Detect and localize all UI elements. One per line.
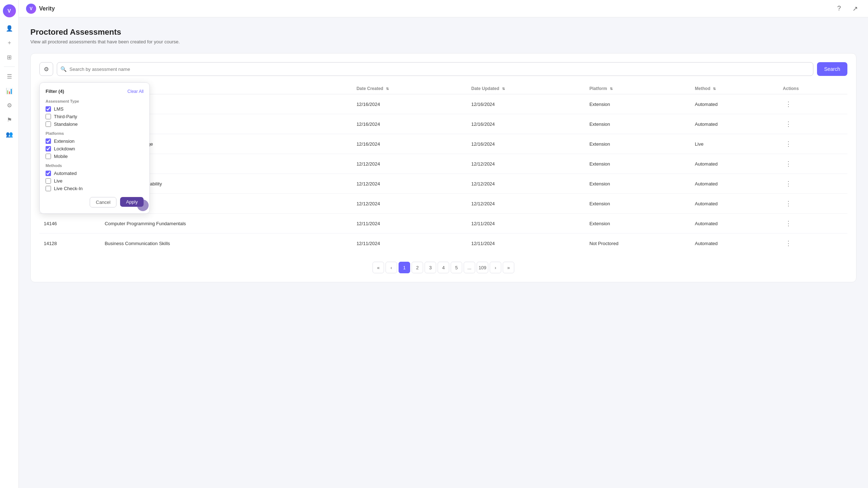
actions-menu-button-2[interactable]: ⋮ [783, 139, 794, 149]
sidebar-item-settings[interactable]: ⚙ [3, 99, 16, 112]
filter-checkbox-live[interactable] [46, 178, 51, 184]
pagination: « ‹ 1 2 3 4 5 ... 109 › » [39, 262, 847, 273]
cell-method-0: Automated [690, 94, 778, 114]
pagination-page-2[interactable]: 2 [412, 262, 423, 273]
help-icon[interactable]: ? [833, 3, 845, 14]
filter-option-mobile[interactable]: Mobile [46, 154, 144, 159]
cell-platform-4: Extension [585, 174, 691, 194]
cell-actions-7: ⋮ [779, 234, 847, 253]
topbar: V Verity ? ↗ [19, 0, 868, 17]
cell-date-updated-2: 12/16/2024 [467, 134, 585, 154]
filter-option-live[interactable]: Live [46, 178, 144, 184]
pagination-first[interactable]: « [373, 262, 384, 273]
filter-checkbox-live-checkin[interactable] [46, 186, 51, 191]
cell-actions-1: ⋮ [779, 114, 847, 134]
table-row: o Psychology 12/16/2024 12/16/2024 Exten… [39, 94, 847, 114]
pagination-page-109[interactable]: 109 [477, 262, 488, 273]
sidebar-item-list[interactable]: ☰ [3, 70, 16, 83]
actions-menu-button-4[interactable]: ⋮ [783, 179, 794, 188]
col-date-created[interactable]: Date Created ⇅ [352, 83, 467, 94]
actions-menu-button-0[interactable]: ⋮ [783, 99, 794, 109]
filter-option-lms[interactable]: LMS [46, 106, 144, 112]
page-subtitle: View all proctored assessments that have… [30, 39, 856, 44]
cell-date-updated-6: 12/11/2024 [467, 214, 585, 234]
pagination-page-4[interactable]: 4 [438, 262, 449, 273]
cell-platform-7: Not Proctored [585, 234, 691, 253]
filter-label-mobile: Mobile [54, 154, 68, 159]
cell-id-7: 14128 [39, 234, 100, 253]
search-button[interactable]: Search [817, 62, 847, 76]
col-platform[interactable]: Platform ⇅ [585, 83, 691, 94]
pagination-page-1[interactable]: 1 [399, 262, 410, 273]
filter-checkbox-automated[interactable] [46, 171, 51, 176]
actions-menu-button-6[interactable]: ⋮ [783, 219, 794, 228]
actions-menu-button-3[interactable]: ⋮ [783, 159, 794, 168]
sort-icon-date-updated: ⇅ [502, 87, 505, 91]
external-link-icon[interactable]: ↗ [849, 3, 861, 14]
table-row: 14218 World History 12/12/2024 12/12/202… [39, 194, 847, 214]
filter-clear-button[interactable]: Clear All [127, 89, 144, 94]
table-row: 14146 Computer Programming Fundamentals … [39, 214, 847, 234]
pagination-prev[interactable]: ‹ [386, 262, 397, 273]
col-method[interactable]: Method ⇅ [690, 83, 778, 94]
pagination-last[interactable]: » [503, 262, 514, 273]
sidebar-item-grid[interactable]: ⊞ [3, 51, 16, 64]
cell-date-created-5: 12/12/2024 [352, 194, 467, 214]
filter-checkbox-mobile[interactable] [46, 154, 51, 159]
sidebar-item-add[interactable]: ＋ [3, 36, 16, 49]
filter-checkbox-lockdown[interactable] [46, 146, 51, 151]
filter-option-extension[interactable]: Extension [46, 138, 144, 144]
filter-checkbox-extension[interactable] [46, 138, 51, 144]
cell-date-created-0: 12/16/2024 [352, 94, 467, 114]
cell-platform-1: Extension [585, 114, 691, 134]
col-actions: Actions [779, 83, 847, 94]
actions-menu-button-7[interactable]: ⋮ [783, 239, 794, 248]
cell-date-created-6: 12/11/2024 [352, 214, 467, 234]
filter-header: Filter (4) Clear All [46, 89, 144, 94]
pagination-next[interactable]: › [490, 262, 501, 273]
actions-menu-button-1[interactable]: ⋮ [783, 119, 794, 129]
filter-option-live-checkin[interactable]: Live Check-In [46, 186, 144, 191]
main-card: ⚙ 🔍 Search Filter (4) Clear All Assessme… [30, 53, 856, 282]
table-header: Date Created ⇅ Date Updated ⇅ Platform ⇅… [39, 83, 847, 94]
sort-icon-date-created: ⇅ [386, 87, 389, 91]
cell-date-updated-3: 12/12/2024 [467, 154, 585, 174]
filter-option-standalone[interactable]: Standalone [46, 121, 144, 127]
cell-date-created-1: 12/16/2024 [352, 114, 467, 134]
cell-method-5: Automated [690, 194, 778, 214]
filter-checkbox-standalone[interactable] [46, 121, 51, 127]
sidebar-item-users[interactable]: 👥 [3, 128, 16, 141]
cell-date-created-4: 12/12/2024 [352, 174, 467, 194]
pagination-page-5[interactable]: 5 [451, 262, 462, 273]
cell-date-updated-5: 12/12/2024 [467, 194, 585, 214]
app-name: Verity [39, 5, 55, 12]
filter-section-assessment-type-label: Assessment Type [46, 99, 144, 103]
filter-option-automated[interactable]: Automated [46, 171, 144, 176]
filter-option-third-party[interactable]: Third-Party [46, 114, 144, 119]
filter-actions: Cancel Apply [46, 197, 144, 207]
actions-menu-button-5[interactable]: ⋮ [783, 199, 794, 208]
sidebar-item-flag[interactable]: ⚑ [3, 113, 16, 126]
logo-letter: V [8, 8, 11, 14]
filter-option-lockdown[interactable]: Lockdown [46, 146, 144, 151]
filter-section-platforms-label: Platforms [46, 131, 144, 136]
cell-actions-6: ⋮ [779, 214, 847, 234]
filter-apply-button[interactable]: Apply [120, 197, 144, 207]
cell-date-updated-7: 12/11/2024 [467, 234, 585, 253]
main-area: V Verity ? ↗ Proctored Assessments View … [19, 0, 868, 488]
search-input[interactable] [57, 62, 813, 76]
sidebar-item-user[interactable]: 👤 [3, 22, 16, 35]
search-input-wrap: 🔍 [57, 62, 813, 76]
col-date-updated[interactable]: Date Updated ⇅ [467, 83, 585, 94]
pagination-ellipsis: ... [464, 262, 475, 273]
filter-button[interactable]: ⚙ [39, 62, 53, 76]
cell-platform-5: Extension [585, 194, 691, 214]
cell-actions-4: ⋮ [779, 174, 847, 194]
filter-cancel-button[interactable]: Cancel [90, 197, 116, 207]
sidebar-item-chart[interactable]: 📊 [3, 84, 16, 97]
filter-checkbox-third-party[interactable] [46, 114, 51, 119]
assessments-table: Date Created ⇅ Date Updated ⇅ Platform ⇅… [39, 83, 847, 253]
filter-label-live-checkin: Live Check-In [54, 186, 82, 191]
pagination-page-3[interactable]: 3 [425, 262, 436, 273]
filter-checkbox-lms[interactable] [46, 106, 51, 112]
